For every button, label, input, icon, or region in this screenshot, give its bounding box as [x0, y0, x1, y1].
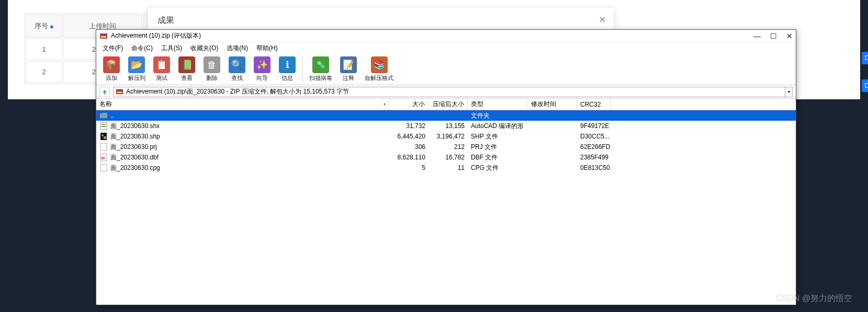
- toolbar-separator: [302, 57, 303, 82]
- toolbar-label: 查找: [231, 74, 243, 82]
- extract-icon: 📂: [128, 56, 145, 73]
- winrar-window: Achievement (10).zip (评估版本) — ☐ ✕ 文件(F) …: [96, 29, 796, 305]
- file-type: 文件夹: [468, 111, 528, 120]
- file-icon: [99, 164, 108, 172]
- titlebar[interactable]: Achievement (10).zip (评估版本) — ☐ ✕: [96, 30, 796, 42]
- file-size: 306: [389, 143, 429, 151]
- toolbar-label: 添加: [106, 74, 117, 82]
- file-packed-size: 16,782: [429, 154, 468, 161]
- find-button[interactable]: 🔍查找: [225, 55, 249, 83]
- test-icon: 📋: [153, 56, 170, 73]
- file-icon: W: [99, 153, 108, 161]
- menu-command[interactable]: 命令(C): [128, 43, 156, 54]
- maximize-button[interactable]: ☐: [770, 32, 777, 40]
- file-type: CPG 文件: [468, 164, 528, 172]
- svg-text:W: W: [101, 156, 105, 160]
- info-button[interactable]: ℹ信息: [275, 55, 299, 83]
- file-size: 8,628,110: [389, 154, 429, 161]
- cell-seq: 1: [26, 39, 62, 60]
- file-icon: [99, 122, 108, 130]
- file-row[interactable]: 面_20230630.shx31,73213,155AutoCAD 编译的形9F…: [96, 121, 796, 131]
- file-crc: 62E266FD: [577, 143, 611, 151]
- sfx-button[interactable]: 📚自解压格式: [362, 55, 397, 83]
- file-size: 5: [389, 164, 429, 171]
- file-type: DBF 文件: [468, 153, 528, 162]
- th-seq[interactable]: 序号◆: [26, 15, 62, 38]
- view-button[interactable]: 📗查看: [175, 55, 199, 83]
- wizard-icon: ✨: [254, 56, 270, 73]
- winrar-icon: [99, 32, 108, 40]
- toolbar-label: 自解压格式: [365, 74, 393, 82]
- file-row[interactable]: ..文件夹: [96, 110, 796, 121]
- svg-rect-8: [102, 126, 106, 127]
- file-name: 面_20230630.cpg: [110, 164, 160, 172]
- comment-button[interactable]: 📝注释: [336, 55, 360, 83]
- menu-help[interactable]: 帮助(H): [253, 43, 281, 54]
- delete-button[interactable]: 🗑删除: [200, 55, 224, 83]
- menu-tools[interactable]: 工具(S): [158, 43, 185, 54]
- svg-rect-4: [116, 89, 123, 91]
- file-size: 31,732: [389, 122, 429, 130]
- test-button[interactable]: 📋测试: [150, 55, 174, 83]
- col-size-header[interactable]: 大小: [389, 99, 429, 110]
- toolbar-label: 扫描病毒: [309, 74, 332, 82]
- menu-file[interactable]: 文件(F): [99, 43, 126, 54]
- file-packed-size: 212: [429, 143, 468, 151]
- sort-icon: ◆: [50, 24, 54, 29]
- col-psize-header[interactable]: 压缩后大小: [429, 99, 468, 110]
- info-icon: ℹ: [279, 56, 296, 73]
- archive-icon: [116, 88, 123, 96]
- add-icon: 📦: [103, 56, 120, 73]
- file-list[interactable]: ..文件夹面_20230630.shx31,73213,155AutoCAD 编…: [96, 110, 796, 305]
- col-name-header[interactable]: 名称▾: [96, 99, 389, 110]
- menubar: 文件(F) 命令(C) 工具(S) 收藏夹(O) 选项(N) 帮助(H): [96, 42, 796, 54]
- menu-favorite[interactable]: 收藏夹(O): [187, 43, 221, 54]
- window-title: Achievement (10).zip (评估版本): [111, 31, 753, 40]
- close-button[interactable]: ✕: [786, 32, 793, 40]
- file-row[interactable]: W面_20230630.dbf8,628,11016,782DBF 文件2385…: [96, 152, 796, 163]
- col-crc-header[interactable]: CRC32: [577, 99, 611, 110]
- file-crc: D30CC5...: [577, 133, 611, 140]
- file-name: 面_20230630.prj: [110, 143, 157, 152]
- file-name: 面_20230630.shx: [110, 122, 160, 131]
- file-crc: 0E813C50: [577, 164, 611, 171]
- file-name: 面_20230630.dbf: [110, 153, 159, 162]
- cell-seq: 2: [26, 61, 62, 83]
- delete-button[interactable]: De: [862, 79, 868, 92]
- col-date-header[interactable]: 修改时间: [528, 99, 577, 110]
- toolbar: 📦添加📂解压到📋测试📗查看🗑删除🔍查找✨向导ℹ信息🦠扫描病毒📝注释📚自解压格式: [96, 54, 796, 85]
- file-row[interactable]: 面_20230630.shp6,445,4203,196,472SHP 文件D3…: [96, 131, 796, 142]
- svg-rect-12: [100, 143, 107, 151]
- watermark: CSDN @努力的悟空: [776, 293, 852, 304]
- toolbar-label: 测试: [156, 74, 167, 82]
- address-dropdown[interactable]: ▾: [785, 87, 793, 97]
- file-type: SHP 文件: [468, 132, 528, 141]
- file-packed-size: 11: [429, 164, 468, 171]
- file-row[interactable]: 面_20230630.cpg511CPG 文件0E813C50: [96, 163, 796, 173]
- file-list-header: 名称▾ 大小 压缩后大小 类型 修改时间 CRC32: [96, 99, 796, 110]
- col-type-header[interactable]: 类型: [468, 99, 528, 110]
- up-button[interactable]: [99, 87, 110, 97]
- view-icon: 📗: [178, 56, 195, 73]
- find-icon: 🔍: [229, 56, 245, 73]
- extract-button[interactable]: 📂解压到: [125, 55, 149, 83]
- file-packed-size: 13,155: [429, 122, 468, 130]
- file-type: PRJ 文件: [468, 143, 528, 152]
- file-row[interactable]: 面_20230630.prj306212PRJ 文件62E266FD: [96, 142, 796, 152]
- add-button[interactable]: 📦添加: [99, 55, 123, 83]
- delete-icon: 🗑: [204, 56, 220, 73]
- address-input[interactable]: Achievement (10).zip\面_20230630 - ZIP 压缩…: [113, 87, 785, 97]
- delete-button[interactable]: De: [862, 52, 868, 64]
- comment-icon: 📝: [340, 56, 357, 73]
- menu-options[interactable]: 选项(N): [223, 43, 251, 54]
- svg-rect-5: [117, 92, 122, 94]
- virus-button[interactable]: 🦠扫描病毒: [306, 55, 335, 83]
- file-name: ..: [110, 112, 114, 119]
- minimize-button[interactable]: —: [753, 32, 761, 40]
- modal-close-button[interactable]: ✕: [599, 14, 606, 26]
- wizard-button[interactable]: ✨向导: [250, 55, 274, 83]
- file-crc: 2385F499: [577, 154, 611, 161]
- file-size: 6,445,420: [389, 133, 429, 140]
- toolbar-label: 信息: [281, 74, 293, 82]
- toolbar-label: 注释: [343, 74, 354, 82]
